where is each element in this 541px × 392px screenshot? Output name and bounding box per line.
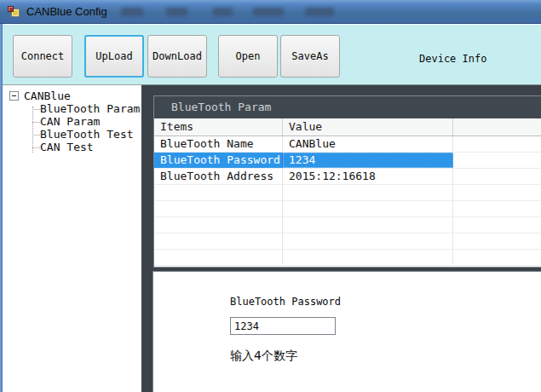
connect-button[interactable]: Connect [13, 35, 72, 78]
titlebar: CANBlue Config [0, 0, 541, 24]
column-header-items: Items [154, 118, 283, 135]
table-empty-row [154, 217, 541, 233]
password-editor-panel: BlueTooth Password 输入4个数字 [153, 271, 541, 392]
tree-node-bluetooth-param[interactable]: BlueTooth Param [3, 102, 141, 115]
table-header-row: Items Value [154, 118, 541, 136]
item-cell[interactable]: BlueTooth Address [154, 169, 283, 184]
upload-button[interactable]: UpLoad [84, 35, 144, 78]
value-cell[interactable]: 2015:12:16618 [283, 169, 453, 184]
tree-root-label[interactable]: CANBlue [24, 89, 71, 102]
empty-cell [453, 136, 541, 152]
password-input[interactable] [230, 317, 336, 335]
redacted-menu-item[interactable] [121, 8, 143, 16]
table-row-bluetooth-address[interactable]: BlueTooth Address 2015:12:16618 [154, 169, 541, 185]
tree-node-can-param[interactable]: CAN Param [3, 115, 141, 128]
table-empty-row [154, 185, 541, 201]
tree-node-canblue[interactable]: CANBlue [3, 89, 141, 102]
empty-cell [453, 153, 541, 168]
password-field-label: BlueTooth Password [230, 296, 341, 308]
app-window-icon [8, 5, 21, 19]
open-button[interactable]: Open [218, 35, 278, 78]
main-content-area: BlueTooth Param Items Value BlueTooth Na… [141, 84, 541, 392]
tree-node-can-test[interactable]: CAN Test [3, 141, 141, 153]
value-cell[interactable]: 1234 [283, 153, 453, 168]
toolbar: Connect UpLoad DownLoad Open SaveAs Devi… [0, 24, 541, 84]
redacted-menu-item[interactable] [213, 8, 233, 16]
bluetooth-param-panel: BlueTooth Param Items Value BlueTooth Na… [153, 95, 541, 268]
collapse-expander-icon[interactable] [9, 91, 19, 101]
empty-cell [453, 169, 541, 184]
panel-title: BlueTooth Param [154, 96, 541, 118]
item-cell[interactable]: BlueTooth Password [154, 153, 283, 168]
column-header-empty [453, 118, 541, 135]
device-info-title: Device Info [419, 54, 517, 64]
redacted-menu-item[interactable] [305, 8, 334, 16]
download-button[interactable]: DownLoad [147, 35, 207, 78]
table-empty-row [154, 201, 541, 217]
table-empty-row [154, 250, 541, 266]
value-cell[interactable]: CANBlue [283, 136, 453, 152]
item-cell[interactable]: BlueTooth Name [154, 136, 283, 152]
param-table: Items Value BlueTooth Name CANBlue BlueT… [154, 118, 541, 267]
tree-node-bluetooth-test[interactable]: BlueTooth Test [3, 128, 141, 141]
table-row-bluetooth-name[interactable]: BlueTooth Name CANBlue [154, 136, 541, 153]
redacted-menu-item[interactable] [253, 8, 284, 16]
table-row-bluetooth-password[interactable]: BlueTooth Password 1234 [154, 153, 541, 169]
column-header-value: Value [283, 118, 453, 135]
navigation-tree: CANBlue BlueTooth Param CAN Param BlueTo… [3, 84, 141, 392]
password-hint-text: 输入4个数字 [230, 349, 297, 364]
window-title: CANBlue Config [26, 5, 107, 18]
app-icon-red-square [8, 6, 14, 12]
redacted-menu-item[interactable] [166, 8, 187, 16]
saveas-button[interactable]: SaveAs [280, 35, 340, 78]
table-empty-row [154, 233, 541, 250]
